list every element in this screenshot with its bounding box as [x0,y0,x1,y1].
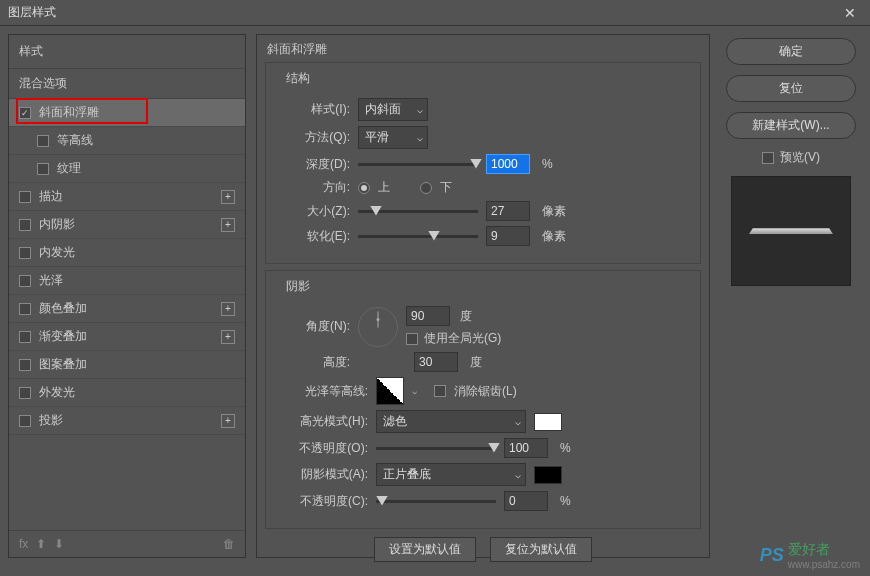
angle-label: 角度(N): [278,318,350,335]
watermark-text: 爱好者 [788,541,860,559]
plus-icon[interactable]: + [221,302,235,316]
main-area: 样式 混合选项 斜面和浮雕等高线纹理描边+内阴影+内发光光泽颜色叠加+渐变叠加+… [0,26,870,566]
close-icon[interactable]: ✕ [838,3,862,23]
watermark: PS 爱好者 www.psahz.com [760,541,860,570]
shadow-opacity-input[interactable]: 0 [504,491,548,511]
style-item-1[interactable]: 等高线 [9,127,245,155]
style-item-4[interactable]: 内阴影+ [9,211,245,239]
size-input[interactable]: 27 [486,201,530,221]
window-title: 图层样式 [8,4,56,21]
style-item-0[interactable]: 斜面和浮雕 [9,99,245,127]
defaults-row: 设置为默认值 复位为默认值 [257,537,709,570]
depth-label: 深度(D): [278,156,350,173]
soften-unit: 像素 [542,228,566,245]
style-checkbox[interactable] [19,415,31,427]
plus-icon[interactable]: + [221,190,235,204]
ok-button[interactable]: 确定 [726,38,856,65]
trash-icon[interactable]: 🗑 [223,537,235,551]
panel-footer: fx ⬆ ⬇ 🗑 [9,530,245,557]
depth-slider[interactable] [358,163,478,166]
style-checkbox[interactable] [19,359,31,371]
up-arrow-icon[interactable]: ⬆ [36,537,46,551]
preview-box [731,176,851,286]
highlight-opacity-input[interactable]: 100 [504,438,548,458]
depth-input[interactable]: 1000 [486,154,530,174]
style-item-label: 等高线 [57,132,93,149]
down-arrow-icon[interactable]: ⬇ [54,537,64,551]
preview-label: 预览(V) [780,149,820,166]
style-checkbox[interactable] [37,163,49,175]
contour-swatch[interactable]: ⌵ [376,377,404,405]
style-item-7[interactable]: 颜色叠加+ [9,295,245,323]
style-item-2[interactable]: 纹理 [9,155,245,183]
style-item-label: 颜色叠加 [39,300,87,317]
depth-unit: % [542,157,553,171]
shadow-color-swatch[interactable] [534,466,562,484]
style-item-label: 渐变叠加 [39,328,87,345]
new-style-button[interactable]: 新建样式(W)... [726,112,856,139]
direction-down-radio[interactable] [420,182,432,194]
altitude-input[interactable]: 30 [414,352,458,372]
style-checkbox[interactable] [37,135,49,147]
titlebar: 图层样式 ✕ [0,0,870,26]
style-item-11[interactable]: 投影+ [9,407,245,435]
reset-button[interactable]: 复位 [726,75,856,102]
reset-default-button[interactable]: 复位为默认值 [490,537,592,562]
shadow-opacity-unit: % [560,494,571,508]
style-checkbox[interactable] [19,303,31,315]
style-item-5[interactable]: 内发光 [9,239,245,267]
set-default-button[interactable]: 设置为默认值 [374,537,476,562]
highlight-color-swatch[interactable] [534,413,562,431]
shading-fieldset: 阴影 角度(N): 90 度 使用全局光(G) 高度: [265,270,701,529]
style-item-6[interactable]: 光泽 [9,267,245,295]
style-checkbox[interactable] [19,191,31,203]
soften-label: 软化(E): [278,228,350,245]
style-dropdown[interactable]: 内斜面 [358,98,428,121]
angle-unit: 度 [460,308,472,325]
global-light-checkbox[interactable] [406,333,418,345]
blend-options[interactable]: 混合选项 [9,68,245,99]
soften-slider[interactable] [358,235,478,238]
fx-icon[interactable]: fx [19,537,28,551]
plus-icon[interactable]: + [221,330,235,344]
styles-panel: 样式 混合选项 斜面和浮雕等高线纹理描边+内阴影+内发光光泽颜色叠加+渐变叠加+… [8,34,246,558]
size-slider[interactable] [358,210,478,213]
down-label: 下 [440,179,452,196]
style-checkbox[interactable] [19,247,31,259]
highlight-opacity-label: 不透明度(O): [278,440,368,457]
size-label: 大小(Z): [278,203,350,220]
actions-panel: 确定 复位 新建样式(W)... 预览(V) [720,34,862,558]
style-label: 样式(I): [278,101,350,118]
style-item-9[interactable]: 图案叠加 [9,351,245,379]
style-checkbox[interactable] [19,387,31,399]
highlight-mode-dropdown[interactable]: 滤色 [376,410,526,433]
style-item-3[interactable]: 描边+ [9,183,245,211]
antialiased-checkbox[interactable] [434,385,446,397]
style-item-label: 投影 [39,412,63,429]
technique-dropdown[interactable]: 平滑 [358,126,428,149]
style-item-label: 外发光 [39,384,75,401]
style-checkbox[interactable] [19,219,31,231]
preview-shape [749,228,833,234]
structure-label: 结构 [282,70,314,87]
style-item-10[interactable]: 外发光 [9,379,245,407]
angle-input[interactable]: 90 [406,306,450,326]
gloss-contour-label: 光泽等高线: [278,383,368,400]
plus-icon[interactable]: + [221,218,235,232]
styles-header[interactable]: 样式 [9,35,245,68]
angle-widget[interactable] [358,307,398,347]
shadow-opacity-label: 不透明度(C): [278,493,368,510]
shading-label: 阴影 [282,278,314,295]
style-item-8[interactable]: 渐变叠加+ [9,323,245,351]
style-checkbox[interactable] [19,107,31,119]
shadow-mode-dropdown[interactable]: 正片叠底 [376,463,526,486]
shadow-opacity-slider[interactable] [376,500,496,503]
style-checkbox[interactable] [19,275,31,287]
style-checkbox[interactable] [19,331,31,343]
style-item-label: 光泽 [39,272,63,289]
highlight-opacity-slider[interactable] [376,447,496,450]
soften-input[interactable]: 9 [486,226,530,246]
preview-checkbox[interactable] [762,152,774,164]
direction-up-radio[interactable] [358,182,370,194]
plus-icon[interactable]: + [221,414,235,428]
